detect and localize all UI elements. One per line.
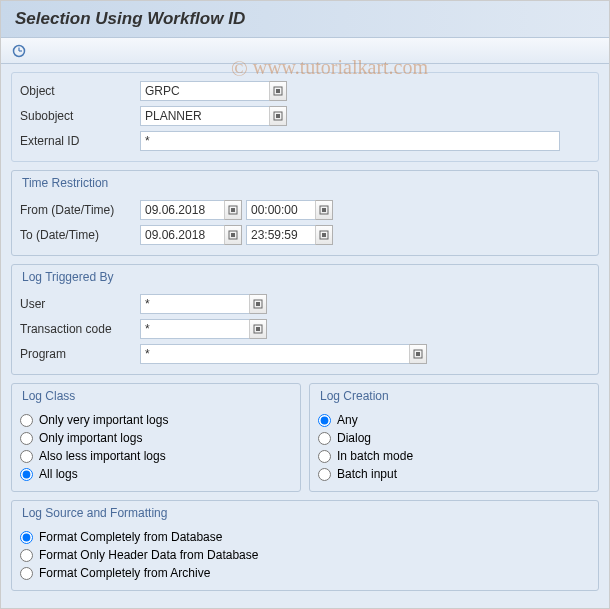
program-f4-button[interactable] [409, 344, 427, 364]
log-source-radio-0[interactable] [20, 531, 33, 544]
log-class-label-1: Only important logs [39, 431, 142, 445]
from-label: From (Date/Time) [20, 203, 140, 217]
log-class-radio-3[interactable] [20, 468, 33, 481]
tcode-input[interactable] [140, 319, 250, 339]
log-source-option-2[interactable]: Format Completely from Archive [20, 566, 590, 580]
log-class-legend: Log Class [20, 384, 292, 409]
log-source-option-0[interactable]: Format Completely from Database [20, 530, 590, 544]
log-creation-radio-3[interactable] [318, 468, 331, 481]
svg-rect-8 [231, 208, 235, 212]
log-creation-option-3[interactable]: Batch input [318, 467, 590, 481]
to-date-f4-button[interactable] [224, 225, 242, 245]
log-class-label-0: Only very important logs [39, 413, 168, 427]
log-class-option-2[interactable]: Also less important logs [20, 449, 292, 463]
user-f4-button[interactable] [249, 294, 267, 314]
external-id-input[interactable] [140, 131, 560, 151]
from-time-f4-button[interactable] [315, 200, 333, 220]
to-time-f4-button[interactable] [315, 225, 333, 245]
log-source-option-1[interactable]: Format Only Header Data from Database [20, 548, 590, 562]
log-creation-label-0: Any [337, 413, 358, 427]
svg-rect-10 [322, 208, 326, 212]
user-label: User [20, 297, 140, 311]
log-creation-option-0[interactable]: Any [318, 413, 590, 427]
from-time-input[interactable] [246, 200, 316, 220]
log-class-option-3[interactable]: All logs [20, 467, 292, 481]
execute-button[interactable] [11, 43, 27, 59]
content-area: Object Subobject External ID [1, 64, 609, 609]
log-creation-option-2[interactable]: In batch mode [318, 449, 590, 463]
toolbar [1, 38, 609, 64]
log-creation-label-1: Dialog [337, 431, 371, 445]
log-class-radio-0[interactable] [20, 414, 33, 427]
time-restriction-legend: Time Restriction [20, 171, 590, 196]
tcode-f4-button[interactable] [249, 319, 267, 339]
svg-rect-12 [231, 233, 235, 237]
external-id-label: External ID [20, 134, 140, 148]
program-label: Program [20, 347, 140, 361]
object-input[interactable] [140, 81, 270, 101]
log-creation-label-3: Batch input [337, 467, 397, 481]
svg-rect-20 [416, 352, 420, 356]
svg-rect-16 [256, 302, 260, 306]
log-class-label-3: All logs [39, 467, 78, 481]
to-date-input[interactable] [140, 225, 225, 245]
subobject-input[interactable] [140, 106, 270, 126]
from-date-f4-button[interactable] [224, 200, 242, 220]
tcode-label: Transaction code [20, 322, 140, 336]
log-class-option-0[interactable]: Only very important logs [20, 413, 292, 427]
log-creation-label-2: In batch mode [337, 449, 413, 463]
svg-rect-14 [322, 233, 326, 237]
user-input[interactable] [140, 294, 250, 314]
svg-rect-4 [276, 89, 280, 93]
log-class-option-1[interactable]: Only important logs [20, 431, 292, 445]
log-source-legend: Log Source and Formatting [20, 501, 590, 526]
log-class-radio-1[interactable] [20, 432, 33, 445]
object-label: Object [20, 84, 140, 98]
log-creation-radio-2[interactable] [318, 450, 331, 463]
log-triggered-by-legend: Log Triggered By [20, 265, 590, 290]
time-restriction-group: Time Restriction From (Date/Time) To (Da… [11, 170, 599, 256]
log-class-group: Log Class Only very important logs Only … [11, 383, 301, 492]
subobject-f4-button[interactable] [269, 106, 287, 126]
log-source-radio-2[interactable] [20, 567, 33, 580]
subobject-label: Subobject [20, 109, 140, 123]
log-creation-group: Log Creation Any Dialog In batch mode Ba… [309, 383, 599, 492]
svg-rect-18 [256, 327, 260, 331]
log-triggered-by-group: Log Triggered By User Transaction code P… [11, 264, 599, 375]
log-source-label-0: Format Completely from Database [39, 530, 222, 544]
log-source-label-2: Format Completely from Archive [39, 566, 210, 580]
log-creation-legend: Log Creation [318, 384, 590, 409]
log-source-label-1: Format Only Header Data from Database [39, 548, 258, 562]
log-source-group: Log Source and Formatting Format Complet… [11, 500, 599, 591]
to-time-input[interactable] [246, 225, 316, 245]
svg-rect-6 [276, 114, 280, 118]
log-class-radio-2[interactable] [20, 450, 33, 463]
selection-block: Object Subobject External ID [11, 72, 599, 162]
from-date-input[interactable] [140, 200, 225, 220]
log-creation-radio-1[interactable] [318, 432, 331, 445]
log-creation-radio-0[interactable] [318, 414, 331, 427]
to-label: To (Date/Time) [20, 228, 140, 242]
program-input[interactable] [140, 344, 410, 364]
page-title: Selection Using Workflow ID [1, 1, 609, 38]
log-source-radio-1[interactable] [20, 549, 33, 562]
log-class-label-2: Also less important logs [39, 449, 166, 463]
log-creation-option-1[interactable]: Dialog [318, 431, 590, 445]
object-f4-button[interactable] [269, 81, 287, 101]
